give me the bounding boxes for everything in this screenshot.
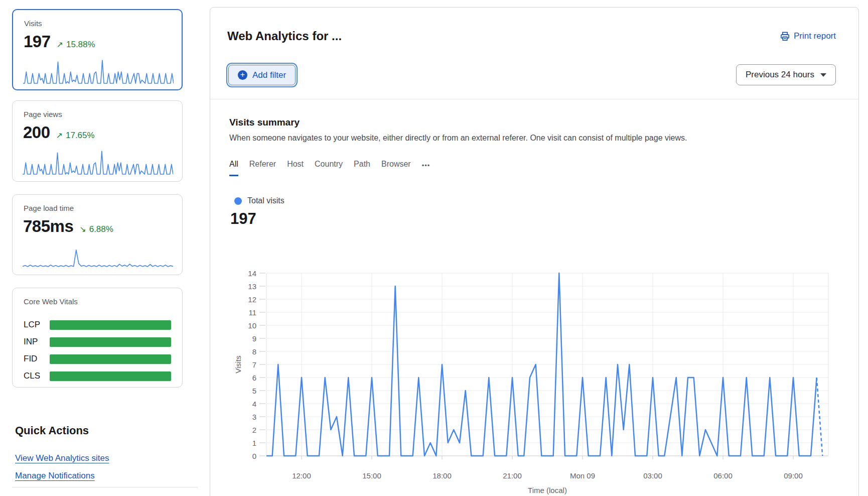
summary-tabs: AllRefererHostCountryPathBrowser••• bbox=[229, 160, 430, 176]
stat-delta-value: 17.65% bbox=[66, 131, 95, 141]
svg-text:7: 7 bbox=[252, 360, 256, 369]
chart-legend: Total visits bbox=[234, 196, 284, 205]
tab-browser[interactable]: Browser bbox=[381, 160, 411, 176]
print-report-link[interactable]: Print report bbox=[780, 31, 836, 41]
trend-down-icon: ↘ bbox=[79, 224, 86, 234]
svg-text:11: 11 bbox=[248, 308, 256, 317]
stat-value: 785ms bbox=[23, 217, 73, 236]
stat-title: Visits bbox=[24, 19, 42, 28]
stat-title: Page views bbox=[24, 110, 62, 118]
vital-label: LCP bbox=[24, 320, 50, 330]
svg-text:5: 5 bbox=[252, 387, 256, 395]
tab-country[interactable]: Country bbox=[315, 160, 343, 176]
chevron-down-icon bbox=[820, 73, 826, 77]
svg-text:8: 8 bbox=[252, 347, 256, 356]
stat-value: 200 bbox=[23, 123, 50, 142]
stat-delta: ↘6.88% bbox=[79, 224, 113, 234]
svg-text:18:00: 18:00 bbox=[432, 471, 452, 480]
svg-text:12:00: 12:00 bbox=[292, 471, 311, 480]
tab-referer[interactable]: Referer bbox=[249, 160, 276, 176]
svg-text:03:00: 03:00 bbox=[643, 471, 662, 480]
svg-text:06:00: 06:00 bbox=[713, 471, 733, 480]
view-web-analytics-sites-link[interactable]: View Web Analytics sites bbox=[15, 453, 109, 463]
tab-path[interactable]: Path bbox=[354, 160, 370, 176]
plus-icon bbox=[238, 70, 247, 80]
core-web-vitals-rows: LCPINPFIDCLS bbox=[24, 316, 171, 385]
visits-summary-description: When someone navigates to your website, … bbox=[229, 134, 791, 143]
vital-score-bar bbox=[50, 354, 171, 364]
page-title: Web Analytics for ... bbox=[227, 29, 342, 43]
stat-value: 197 bbox=[24, 32, 51, 51]
svg-text:12: 12 bbox=[248, 295, 256, 304]
svg-text:1: 1 bbox=[252, 439, 256, 447]
svg-text:0: 0 bbox=[252, 452, 256, 460]
svg-text:21:00: 21:00 bbox=[503, 471, 522, 480]
tab-all[interactable]: All bbox=[229, 160, 238, 176]
add-filter-button[interactable]: Add filter bbox=[228, 65, 296, 85]
svg-text:14: 14 bbox=[248, 269, 256, 278]
svg-text:6: 6 bbox=[252, 374, 256, 382]
visits-summary-title: Visits summary bbox=[229, 117, 300, 128]
stat-delta: ↗15.88% bbox=[57, 40, 95, 50]
legend-label: Total visits bbox=[247, 196, 284, 205]
svg-text:13: 13 bbox=[248, 282, 256, 291]
tab-host[interactable]: Host bbox=[287, 160, 304, 176]
web-analytics-panel: Web Analytics for ... Print report Add f… bbox=[210, 7, 859, 496]
visits-line-chart: 0123456789101112131412:0015:0018:0021:00… bbox=[216, 264, 843, 496]
svg-text:09:00: 09:00 bbox=[784, 471, 803, 480]
sparkline-chart bbox=[23, 149, 173, 175]
time-range-dropdown[interactable]: Previous 24 hours bbox=[736, 64, 836, 85]
vital-row-fid: FID bbox=[24, 350, 171, 367]
sidebar-divider bbox=[12, 487, 198, 487]
vital-row-cls: CLS bbox=[24, 367, 171, 385]
vital-label: FID bbox=[24, 354, 50, 364]
manage-notifications-link[interactable]: Manage Notifications bbox=[15, 471, 95, 481]
stat-title: Page load time bbox=[24, 204, 74, 212]
more-tabs-icon[interactable]: ••• bbox=[422, 162, 430, 176]
stat-delta-value: 6.88% bbox=[89, 224, 113, 234]
stat-delta: ↗17.65% bbox=[56, 131, 95, 141]
sparkline-chart bbox=[23, 243, 173, 269]
total-visits-value: 197 bbox=[230, 210, 256, 228]
trend-up-icon: ↗ bbox=[56, 131, 63, 140]
print-report-label: Print report bbox=[794, 31, 836, 41]
vital-score-bar bbox=[50, 371, 171, 381]
legend-dot-icon bbox=[234, 197, 242, 205]
stat-card-page-load-time[interactable]: Page load time785ms↘6.88% bbox=[12, 194, 183, 275]
svg-text:Visits: Visits bbox=[234, 355, 242, 374]
vital-row-inp: INP bbox=[24, 333, 171, 350]
vital-label: CLS bbox=[24, 371, 50, 381]
stat-delta-value: 15.88% bbox=[66, 40, 95, 50]
svg-text:15:00: 15:00 bbox=[362, 471, 381, 480]
vital-row-lcp: LCP bbox=[24, 316, 171, 333]
vital-score-bar bbox=[50, 320, 171, 330]
printer-icon bbox=[780, 32, 790, 41]
svg-text:10: 10 bbox=[248, 321, 256, 330]
header-divider bbox=[210, 99, 858, 99]
svg-text:9: 9 bbox=[252, 334, 256, 343]
core-web-vitals-title: Core Web Vitals bbox=[24, 297, 78, 306]
quick-actions-title: Quick Actions bbox=[15, 424, 89, 437]
time-range-label: Previous 24 hours bbox=[746, 70, 814, 80]
svg-text:2: 2 bbox=[252, 426, 256, 434]
stat-card-visits[interactable]: Visits197↗15.88% bbox=[12, 9, 183, 90]
svg-text:Mon 09: Mon 09 bbox=[570, 471, 595, 480]
vital-label: INP bbox=[24, 337, 50, 347]
svg-text:4: 4 bbox=[252, 400, 256, 408]
add-filter-label: Add filter bbox=[252, 70, 286, 80]
svg-text:Time (local): Time (local) bbox=[528, 486, 567, 494]
vital-score-bar bbox=[50, 337, 171, 347]
core-web-vitals-card: Core Web Vitals LCPINPFIDCLS bbox=[12, 288, 183, 388]
stat-card-page-views[interactable]: Page views200↗17.65% bbox=[12, 100, 183, 182]
sparkline-chart bbox=[23, 58, 174, 84]
trend-up-icon: ↗ bbox=[57, 40, 63, 49]
svg-text:3: 3 bbox=[252, 413, 256, 421]
